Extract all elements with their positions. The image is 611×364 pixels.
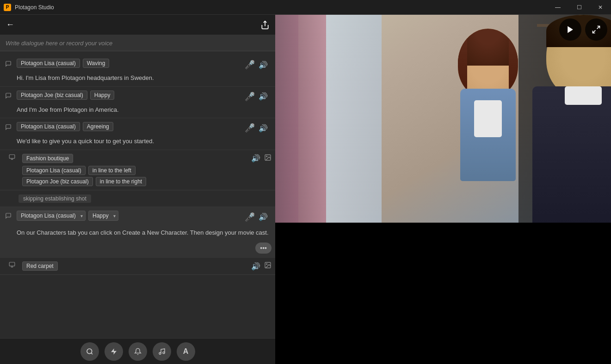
dialogue-text: We'd like to give you a quick tour to ge… [17, 137, 272, 146]
svg-line-17 [597, 26, 600, 29]
bottom-scene-card: Red carpet 🔊 [0, 258, 275, 275]
mic-icon[interactable]: 🎤 [245, 91, 255, 102]
script-content: Plotagon Lisa (casual) Waving 🎤 🔊 Hi. I'… [0, 51, 275, 338]
close-button[interactable]: ✕ [590, 0, 611, 15]
svg-marker-16 [568, 26, 573, 33]
text-button[interactable]: A [177, 342, 195, 361]
maximize-button[interactable]: ☐ [568, 0, 590, 15]
svg-point-11 [87, 349, 92, 354]
action-tag: Waving [83, 59, 110, 68]
active-dialogue-content: Plotagon Lisa (casual) Happy 🎤 [17, 211, 272, 239]
scene-icon [4, 154, 20, 160]
app-logo: P [4, 4, 11, 11]
mic-icon[interactable]: 🎤 [245, 123, 255, 133]
character-select[interactable]: Plotagon Lisa (casual) [17, 211, 86, 221]
mic-icon[interactable]: 🎤 [245, 60, 255, 70]
window-controls: — ☐ ✕ [547, 0, 611, 15]
action-select[interactable]: Happy [88, 211, 118, 221]
dialogue-icon [0, 122, 17, 146]
action-tag: Agreeing [83, 122, 113, 131]
music-button[interactable] [153, 342, 171, 361]
app-title: Plotagon Studio [15, 4, 54, 11]
bottom-toolbar: A [0, 338, 275, 364]
dialogue-content: Plotagon Joe (biz casual) Happy 🎤 🔊 And … [17, 91, 272, 115]
main-layout: ← Write dialogue here or record your voi… [0, 15, 611, 364]
share-button[interactable] [259, 18, 272, 31]
dialogue-content: Plotagon Lisa (casual) Agreeing 🎤 🔊 We'd… [17, 122, 272, 146]
mic-icon[interactable]: 🎤 [245, 212, 255, 222]
speaker-icon[interactable]: 🔊 [259, 212, 268, 221]
scene-content: Fashion boutique 🔊 [22, 154, 272, 186]
top-toolbar: ← [0, 15, 275, 35]
character-tag: Plotagon Lisa (casual) [17, 122, 80, 131]
screenshot-icon[interactable] [264, 261, 272, 271]
svg-rect-1 [9, 154, 15, 158]
back-button[interactable]: ← [4, 18, 17, 31]
speaker-icon[interactable]: 🔊 [259, 124, 268, 133]
preview-controls [559, 18, 607, 41]
dialogue-placeholder: Write dialogue here or record your voice [6, 40, 112, 47]
speaker-icon[interactable]: 🔊 [259, 92, 268, 101]
dialogue-content: Plotagon Lisa (casual) Waving 🎤 🔊 Hi. I'… [17, 59, 272, 83]
active-dialogue-text: On our Characters tab you can click on C… [17, 226, 272, 239]
skip-shot-label: skipping establishing shot [19, 194, 91, 203]
text-icon-label: A [183, 347, 189, 356]
scene-name-tag: Fashion boutique [22, 154, 73, 163]
dialogue-item: Plotagon Lisa (casual) Agreeing 🎤 🔊 We'd… [0, 118, 275, 150]
dialogue-icon [0, 211, 17, 239]
search-button[interactable] [80, 342, 99, 361]
titlebar: P Plotagon Studio — ☐ ✕ [0, 0, 611, 15]
preview-black-area [275, 223, 611, 364]
preview-panel [275, 15, 611, 364]
pos2-tag: in line to the right [96, 177, 146, 186]
dialogue-text: And I'm Joe from Plotagon in America. [17, 105, 272, 115]
fullscreen-button[interactable] [585, 18, 607, 41]
svg-line-12 [91, 353, 93, 354]
more-options-button[interactable]: ••• [255, 243, 272, 254]
play-button[interactable] [559, 18, 581, 41]
active-dialogue-item: Plotagon Lisa (casual) Happy 🎤 [0, 207, 275, 258]
skip-shot-row: skipping establishing shot [0, 190, 275, 207]
dialogue-item: Plotagon Lisa (casual) Waving 🎤 🔊 Hi. I'… [0, 55, 275, 87]
preview-video [275, 15, 611, 223]
screenshot-icon[interactable] [264, 154, 272, 163]
minimize-button[interactable]: — [547, 0, 568, 15]
bell-button[interactable] [129, 342, 147, 361]
svg-marker-13 [111, 348, 117, 354]
svg-point-15 [163, 352, 165, 353]
svg-rect-6 [9, 262, 15, 266]
dialogue-icon [0, 91, 17, 115]
speaker-icon[interactable]: 🔊 [259, 61, 268, 69]
scene-icon [4, 261, 20, 268]
char1-tag: Plotagon Lisa (casual) [22, 166, 86, 175]
char2-tag: Plotagon Joe (biz casual) [22, 177, 93, 186]
dialogue-input-area[interactable]: Write dialogue here or record your voice [0, 35, 275, 51]
svg-line-18 [593, 30, 596, 33]
dialogue-item: Plotagon Joe (biz casual) Happy 🎤 🔊 And … [0, 87, 275, 119]
svg-point-14 [159, 352, 161, 354]
action-tag: Happy [90, 91, 115, 100]
bolt-button[interactable] [105, 342, 123, 361]
bottom-scene-content: Red carpet 🔊 [22, 261, 272, 271]
svg-point-5 [266, 156, 267, 157]
scene-card: Fashion boutique 🔊 [0, 150, 275, 190]
bottom-scene-name: Red carpet [22, 261, 58, 271]
speaker-icon[interactable]: 🔊 [251, 262, 260, 271]
speaker-icon[interactable]: 🔊 [251, 154, 260, 163]
svg-point-10 [266, 264, 267, 265]
dialogue-icon [0, 59, 17, 83]
character-tag: Plotagon Joe (biz casual) [17, 91, 87, 100]
dialogue-text: Hi. I'm Lisa from Plotagon headquarters … [17, 73, 272, 83]
pos1-tag: in line to the left [88, 166, 136, 175]
character-tag: Plotagon Lisa (casual) [17, 59, 80, 68]
